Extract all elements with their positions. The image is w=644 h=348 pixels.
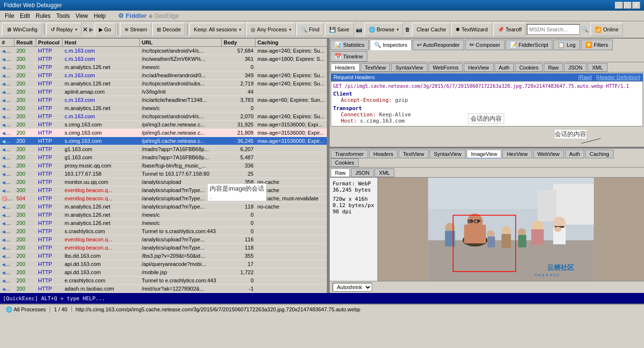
table-row[interactable]: ◀▶ 38 200 HTTP m.analytics.126.net /news… xyxy=(0,211,327,219)
keep-sessions-button[interactable]: Keep: All sessions ▾ xyxy=(189,23,245,36)
table-row[interactable]: ◀▶ 18 200 HTTP s.cimg.163.com /pi/img5.c… xyxy=(0,129,327,137)
col-host: Host xyxy=(63,39,140,46)
resp-tab-webview[interactable]: WebView xyxy=(533,150,564,158)
right-tab-statistics[interactable]: 📊 Statistics xyxy=(330,40,369,50)
table-row[interactable]: ◀▶ 19 200 HTTP s.cimg.163.com /pi/img5.c… xyxy=(0,137,327,145)
table-row[interactable]: ◀▶ 33 200 HTTP m.analytics.126.net /anal… xyxy=(0,203,327,211)
table-row[interactable]: ◀▶ 42 200 HTTP m.analytics.126.net /news… xyxy=(0,219,327,227)
table-row[interactable]: ◀▶ 10 200 HTTP m.analytics.126.net /news… xyxy=(0,63,327,71)
tearoff-icon: 📌 xyxy=(497,27,504,33)
row-host-8: c.m.163.com xyxy=(63,112,140,120)
right-tab-fiddlerscript[interactable]: 📝 FiddlerScript xyxy=(506,40,553,50)
resp-tab-textview[interactable]: TextView xyxy=(399,150,429,158)
online-button[interactable]: 📶 Online xyxy=(590,23,623,36)
table-row[interactable]: ◀▶ 16 200 HTTP c.m.163.com /nc/topicset/… xyxy=(0,112,327,121)
right-tab-filters[interactable]: 🔽 Filters xyxy=(581,40,613,50)
table-row[interactable]: ◀▶ 15 200 HTTP m.analytics.126.net /news… xyxy=(0,104,327,112)
replay-button[interactable]: ↺ Replay ▾ xyxy=(46,23,81,36)
response-json-tab[interactable]: JSON xyxy=(351,168,374,177)
req-tab-auth[interactable]: Auth xyxy=(495,63,514,72)
resp-tab-hexview[interactable]: HexView xyxy=(502,150,532,158)
table-row[interactable]: ◀▶ 51 200 HTTP api.dd.163.com /api/query… xyxy=(0,260,327,268)
table-row[interactable]: ◀▶ 28 200 HTTP eventlog.beacon.q... /ana… xyxy=(0,186,327,195)
autoshrink-select[interactable]: Autoshrink xyxy=(333,283,372,292)
table-row[interactable]: ◀▶ 21 200 HTTP g1.163.com /madrs?app=7A1… xyxy=(0,145,327,153)
req-tab-raw[interactable]: Raw xyxy=(544,63,563,72)
req-tab-textview[interactable]: TextView xyxy=(361,63,390,72)
req-tab-webforms[interactable]: WebForms xyxy=(429,63,463,72)
resp-tab-headers[interactable]: Headers xyxy=(369,150,398,158)
menu-help[interactable]: Help xyxy=(91,12,109,20)
menu-file[interactable]: File xyxy=(2,12,17,20)
right-tab-composer[interactable]: ✏ Composer xyxy=(465,40,505,50)
row-url-23: /analytics/upload?mType... xyxy=(140,236,222,243)
menu-tools[interactable]: Tools xyxy=(54,12,73,20)
req-tab-cookies[interactable]: Cookies xyxy=(515,63,543,72)
table-row[interactable]: ◀▶ 13 200 HTTP apiinit.amap.com /v3/log/… xyxy=(0,88,327,96)
resp-tab-transformer[interactable]: Transformer xyxy=(331,150,368,158)
resp-tab-syntaxview[interactable]: SyntaxView xyxy=(429,150,466,158)
find-button[interactable]: 🔍 Find xyxy=(296,23,323,36)
menu-view[interactable]: View xyxy=(73,12,91,20)
any-process-button[interactable]: ◎ Any Process ▾ xyxy=(246,23,295,36)
row-url-22: Tunnel to s.crashlytics.com:443 xyxy=(140,227,222,235)
menu-rules[interactable]: Rules xyxy=(33,12,54,20)
response-raw-tab[interactable]: Raw xyxy=(331,168,350,177)
browse-dropdown-arrow: ▾ xyxy=(397,28,399,32)
tab-icon-2: ↩ xyxy=(417,42,422,48)
msdn-search-input[interactable] xyxy=(527,24,580,35)
table-row[interactable]: ◀▶ 11 200 HTTP c.m.163.com /nc/ad/headli… xyxy=(0,71,327,80)
table-body[interactable]: ◀▶ 8 200 HTTP c.m.163.com /nc/topicset/a… xyxy=(0,47,327,293)
textwizard-button[interactable]: ✱ TextWizard xyxy=(451,23,492,36)
go-button[interactable]: ▶ Go xyxy=(94,23,116,36)
req-tab-headers[interactable]: Headers xyxy=(331,63,360,72)
tearoff-button[interactable]: 📌 Tearoff xyxy=(493,23,526,36)
browse-button[interactable]: 🌐 Browse ▾ xyxy=(364,23,403,36)
table-row[interactable]: ◀▶ 49 200 HTTP eventlog.beacon.q... /ana… xyxy=(0,244,327,252)
minimize-button[interactable]: _ xyxy=(615,2,623,9)
table-row[interactable]: ◀▶ 8 200 HTTP c.m.163.com /nc/topicset/a… xyxy=(0,47,327,55)
save-button[interactable]: 💾 Save xyxy=(325,23,354,36)
table-row[interactable]: ◀▶ 17 200 HTTP s.cimg.163.com /pi/img3.c… xyxy=(0,121,327,129)
resp-tab-cookies[interactable]: Cookies xyxy=(331,158,359,167)
table-row[interactable]: ◀▶ 48 200 HTTP eventlog.beacon.q... /ana… xyxy=(0,236,327,244)
decode-button[interactable]: ⊞ Decode xyxy=(152,23,185,36)
table-row[interactable]: ◀▶ 23 200 HTTP proxy.music.qq.com /base/… xyxy=(0,162,327,170)
menu-edit[interactable]: Edit xyxy=(17,12,33,20)
right-tab-timeline[interactable]: 📅 Timeline xyxy=(330,51,367,62)
req-tab-syntaxview[interactable]: SyntaxView xyxy=(391,63,427,72)
right-tab-autoresponder[interactable]: ↩ AutoResponder xyxy=(413,40,464,50)
table-row[interactable]: ◀▶ 54 200 HTTP e.crashlytics.com Tunnel … xyxy=(0,277,327,285)
raw-link[interactable]: [Raw] xyxy=(578,74,592,80)
stream-button[interactable]: ≋ Stream xyxy=(120,23,151,36)
row-caching-21 xyxy=(255,219,327,227)
response-xml-tab[interactable]: XML xyxy=(375,168,394,177)
resp-tab-caching[interactable]: Caching xyxy=(585,150,613,158)
resp-tab-imageview[interactable]: ImageView xyxy=(467,150,501,158)
right-tab-log[interactable]: 📋 Log xyxy=(553,40,579,50)
close-button[interactable]: ✕ xyxy=(632,2,640,9)
table-row[interactable]: ◀▶ 50 200 HTTP lbs.dd.163.com /lbs3.jsp?… xyxy=(0,252,327,260)
req-tab-json[interactable]: JSON xyxy=(564,63,587,72)
table-row[interactable]: ◀▶ 9 200 HTTP c.m.163.com /nc/weather/6Z… xyxy=(0,55,327,63)
resp-tab-auth[interactable]: Auth xyxy=(565,150,585,158)
table-row[interactable]: ◀▶ 22 200 HTTP g1.163.com /madrs?app=7A1… xyxy=(0,153,327,162)
header-definition-link[interactable]: [Header Definition] xyxy=(596,74,640,80)
table-row[interactable]: ◀▶ 52 200 HTTP api.dd.163.com /mobile.js… xyxy=(0,268,327,277)
table-row[interactable]: ◀▶ 14 200 HTTP c.m.163.com /nc/article/h… xyxy=(0,96,327,104)
clear-cache-button[interactable]: Clear Cache xyxy=(412,23,450,36)
table-row[interactable]: ◀▶ 25 200 HTTP 163.177.67.158 Tunnel to … xyxy=(0,170,327,178)
req-tab-hexview[interactable]: HexView xyxy=(464,63,493,72)
stop-button[interactable]: ✕ xyxy=(82,26,88,33)
req-tab-xml[interactable]: XML xyxy=(588,63,607,72)
winconfig-button[interactable]: 🖥 WinConfig xyxy=(2,23,42,36)
maximize-button[interactable]: □ xyxy=(624,2,631,9)
row-caching-0: max-age=240; Expires: Su... xyxy=(255,47,327,55)
row-body-3: 349 xyxy=(222,71,255,79)
table-row[interactable]: ◀▶ 12 200 HTTP m.analytics.126.net /nc/t… xyxy=(0,80,327,88)
table-row[interactable]: ◀▶ 27 200 HTTP monitor.uu.qq.com /analyt… xyxy=(0,178,327,186)
table-row[interactable]: ◀▶ 47 200 HTTP s.crashlytics.com Tunnel … xyxy=(0,227,327,236)
table-row[interactable]: ◀▶ 55 200 HTTP adash.m.taobao.com /rest/… xyxy=(0,285,327,293)
table-row[interactable]: 🚫 29 504 HTTP eventlog.beacon.q... /anal… xyxy=(0,195,327,203)
right-tab-inspectors[interactable]: 🔍 Inspectors xyxy=(370,40,412,50)
